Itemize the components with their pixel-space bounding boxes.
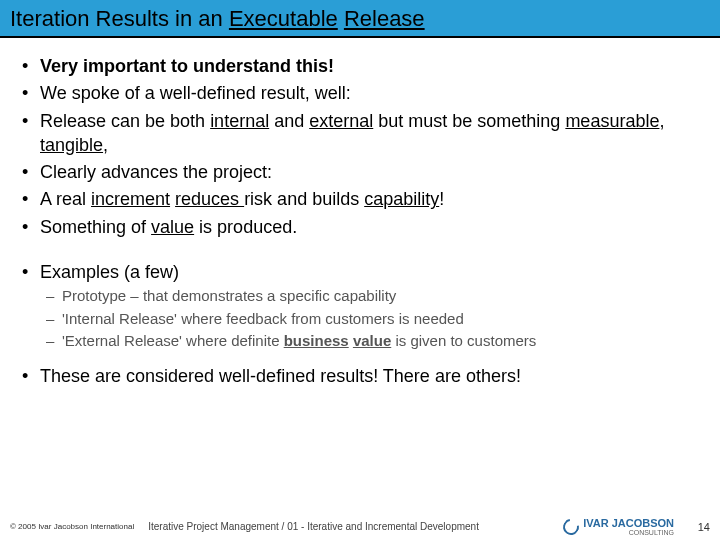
bullet-4-text: Clearly advances the project: <box>40 162 272 182</box>
b5-mid: risk and builds <box>244 189 364 209</box>
b3-post: , <box>103 135 108 155</box>
sub-2-text: 'Internal Release' where feedback from c… <box>62 310 464 327</box>
b3-u3: measurable <box>565 111 659 131</box>
bullet-5: A real increment reduces risk and builds… <box>18 187 702 211</box>
bullet-2-text: We spoke of a well-defined result, well: <box>40 83 351 103</box>
title-bar: Iteration Results in an Executable Relea… <box>0 0 720 38</box>
bullet-2: We spoke of a well-defined result, well: <box>18 81 702 105</box>
bullet-3: Release can be both internal and externa… <box>18 109 702 158</box>
title-u1: Executable <box>229 6 338 31</box>
b6-pre: Something of <box>40 217 151 237</box>
footer: © 2005 Ivar Jacobson International Itera… <box>0 517 720 536</box>
slide-body: Very important to understand this! We sp… <box>0 38 720 388</box>
b3-pre: Release can be both <box>40 111 210 131</box>
b5-pre: A real <box>40 189 91 209</box>
page-number: 14 <box>688 521 710 533</box>
bullet-4: Clearly advances the project: <box>18 160 702 184</box>
sub-1-text: Prototype – that demonstrates a specific… <box>62 287 396 304</box>
s3-u2: value <box>353 332 391 349</box>
bullet-1: Very important to understand this! <box>18 54 702 78</box>
sub-1: Prototype – that demonstrates a specific… <box>40 286 702 306</box>
bullet-closing: These are considered well-defined result… <box>18 364 702 388</box>
title-u2: Release <box>344 6 425 31</box>
b5-u1: increment <box>91 189 170 209</box>
title-pre: Iteration Results in an <box>10 6 229 31</box>
b6-post: is produced. <box>194 217 297 237</box>
footer-middle: Iterative Project Management / 01 - Iter… <box>148 521 549 532</box>
copyright-text: © 2005 Ivar Jacobson International <box>10 522 134 531</box>
examples-list: Examples (a few) Prototype – that demons… <box>18 260 702 351</box>
b3-m1: and <box>269 111 309 131</box>
closing-list: These are considered well-defined result… <box>18 364 702 388</box>
sub-list: Prototype – that demonstrates a specific… <box>40 286 702 351</box>
logo-arc-icon <box>560 515 582 537</box>
bullet-1-text: Very important to understand this! <box>40 56 334 76</box>
sub-3: 'External Release' where definite busine… <box>40 331 702 351</box>
b3-m3: , <box>659 111 664 131</box>
b6-u1: value <box>151 217 194 237</box>
sub-2: 'Internal Release' where feedback from c… <box>40 309 702 329</box>
logo-sub: CONSULTING <box>583 529 674 536</box>
brand-logo: IVAR JACOBSON CONSULTING <box>563 517 674 536</box>
bullet-closing-text: These are considered well-defined result… <box>40 366 521 386</box>
bullet-list: Very important to understand this! We sp… <box>18 54 702 239</box>
b5-u3: capability <box>364 189 439 209</box>
s3-post: is given to customers <box>391 332 536 349</box>
bullet-examples: Examples (a few) Prototype – that demons… <box>18 260 702 351</box>
b3-u2: external <box>309 111 373 131</box>
bullet-6: Something of value is produced. <box>18 215 702 239</box>
b5-u2: reduces <box>175 189 244 209</box>
logo-main: IVAR JACOBSON <box>583 517 674 529</box>
b3-u4: tangible <box>40 135 103 155</box>
b3-u1: internal <box>210 111 269 131</box>
slide-title: Iteration Results in an Executable Relea… <box>10 6 710 32</box>
s3-u1: business <box>284 332 349 349</box>
s3-pre: 'External Release' where definite <box>62 332 284 349</box>
b3-m2: but must be something <box>373 111 565 131</box>
b5-post: ! <box>439 189 444 209</box>
bullet-examples-text: Examples (a few) <box>40 262 179 282</box>
